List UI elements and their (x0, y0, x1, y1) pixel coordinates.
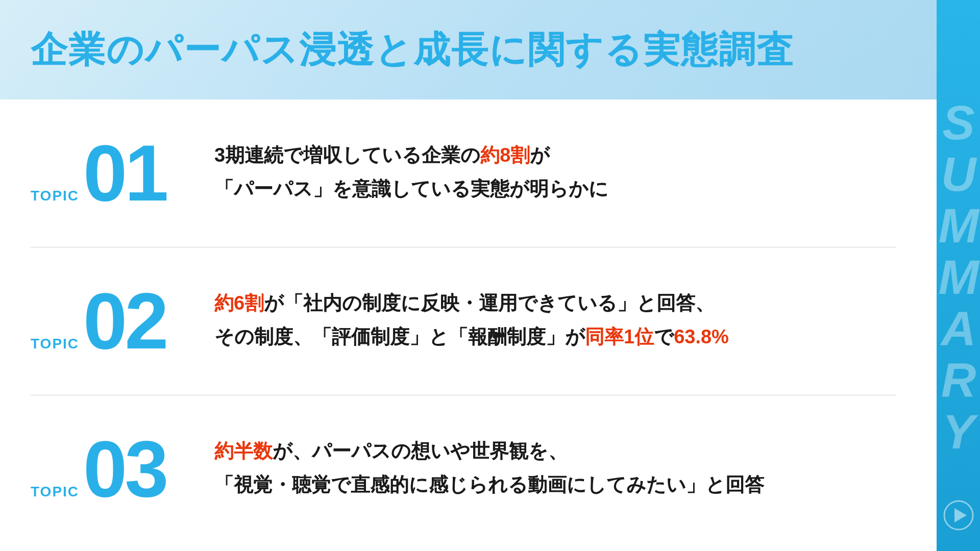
topic-03-section: TOPIC 03 約半数が、パーパスの想いや世界観を、 「視覚・聴覚で直感的に感… (31, 395, 896, 543)
topic-02-text: 約6割が「社内の制度に反映・運用できている」と回答、 その制度、「評価制度」と「… (214, 288, 896, 355)
topic-01-word: TOPIC (31, 188, 79, 204)
play-icon (943, 500, 974, 531)
topic-01-line2-text: 「パーパス」を意識している実態が明らかに (214, 178, 608, 199)
topic-01-text: 3期連続で増収している企業の約8割が 「パーパス」を意識している実態が明らかに (214, 140, 896, 207)
topic-02-line2-part1: その制度、「評価制度」と「報酬制度」が (214, 326, 585, 347)
topic-01-label: TOPIC 01 (31, 140, 194, 207)
topic-02-line1: 約6割が「社内の制度に反映・運用できている」と回答、 (214, 288, 896, 319)
topic-03-line1-part1: が、パーパスの想いや世界観を、 (273, 440, 568, 462)
topic-03-line1: 約半数が、パーパスの想いや世界観を、 (214, 436, 896, 467)
svg-marker-1 (954, 508, 967, 522)
topic-02-line1-highlight: 約6割 (214, 292, 264, 314)
topic-01-line1: 3期連続で増収している企業の約8割が (214, 140, 896, 171)
sidebar-summary: SUMMARY (937, 0, 980, 551)
topic-02-section: TOPIC 02 約6割が「社内の制度に反映・運用できている」と回答、 その制度… (31, 247, 896, 395)
topic-03-line2-text: 「視覚・聴覚で直感的に感じられる動画にしてみたい」と回答 (214, 474, 764, 495)
header: 企業のパーパス浸透と成長に関する実態調査 (0, 0, 980, 99)
topic-02-number: 02 (83, 288, 166, 355)
topic-01-line1-highlight: 約8割 (480, 144, 530, 166)
topic-01-number: 01 (83, 140, 166, 207)
topic-02-line2-highlight1: 同率1位 (585, 326, 654, 347)
topic-02-line2: その制度、「評価制度」と「報酬制度」が同率1位で63.8% (214, 321, 896, 353)
topic-01-line1-part1: 3期連続で増収している企業の (214, 144, 480, 166)
topic-01-line1-part2: が (530, 144, 550, 166)
topic-01-section: TOPIC 01 3期連続で増収している企業の約8割が 「パーパス」を意識してい… (31, 99, 896, 247)
topic-02-line2-part2: で (654, 326, 674, 347)
topic-03-line1-highlight: 約半数 (214, 440, 273, 462)
topic-02-word: TOPIC (31, 336, 79, 352)
main-content: TOPIC 01 3期連続で増収している企業の約8割が 「パーパス」を意識してい… (0, 99, 937, 543)
topic-03-line2: 「視覚・聴覚で直感的に感じられる動画にしてみたい」と回答 (214, 469, 896, 500)
topic-03-text: 約半数が、パーパスの想いや世界観を、 「視覚・聴覚で直感的に感じられる動画にして… (214, 436, 896, 503)
topic-02-line1-part1: が「社内の制度に反映・運用できている」と回答、 (264, 292, 715, 314)
topic-03-label: TOPIC 03 (31, 436, 194, 503)
sidebar-summary-text: SUMMARY (937, 95, 980, 456)
topic-02-label: TOPIC 02 (31, 288, 194, 355)
topic-01-line2: 「パーパス」を意識している実態が明らかに (214, 173, 896, 205)
topic-03-number: 03 (83, 436, 166, 503)
page-title: 企業のパーパス浸透と成長に関する実態調査 (31, 26, 794, 74)
topic-03-word: TOPIC (31, 484, 79, 500)
topic-02-line2-highlight2: 63.8% (674, 326, 729, 347)
